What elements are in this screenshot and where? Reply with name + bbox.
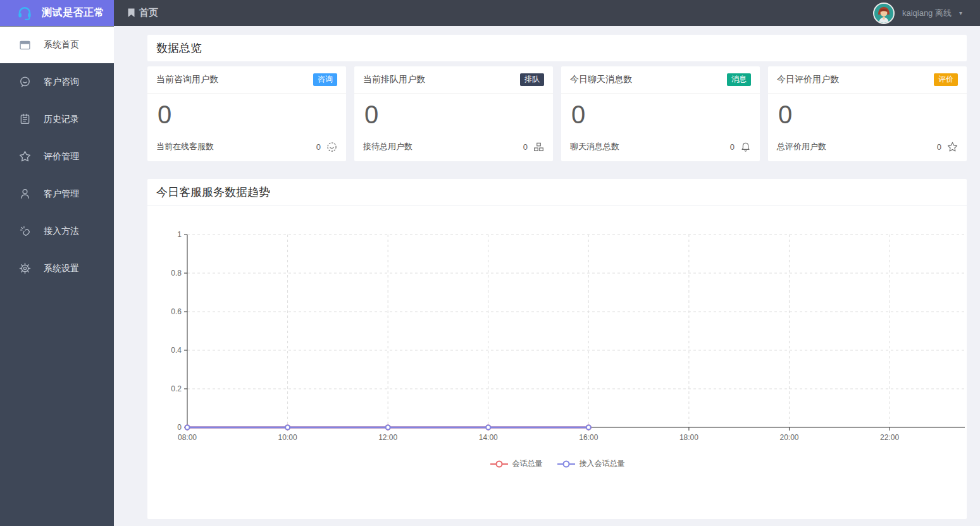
window-icon: [18, 39, 31, 51]
sidebar-item-settings[interactable]: 系统设置: [0, 250, 114, 287]
overview-title: 数据总览: [156, 40, 202, 56]
chat-smile-icon: [18, 76, 31, 89]
avatar[interactable]: [873, 3, 895, 24]
svg-text:12:00: 12:00: [378, 433, 397, 442]
user-menu[interactable]: kaiqiang 离线 ▾: [873, 0, 962, 26]
star-icon: [18, 150, 31, 163]
stat-value: 0: [778, 102, 792, 127]
stat-card-title: 当前排队用户数: [363, 74, 425, 85]
stat-value: 0: [158, 102, 171, 127]
svg-text:0: 0: [177, 423, 182, 432]
user-icon: [18, 188, 31, 200]
sidebar-item-label: 客户咨询: [44, 76, 79, 88]
stat-value: 0: [364, 102, 378, 127]
sidebar-item-consult[interactable]: 客户咨询: [0, 63, 114, 101]
svg-text:08:00: 08:00: [178, 433, 197, 442]
svg-text:0.6: 0.6: [171, 307, 182, 316]
status-badge: 消息: [727, 73, 751, 86]
sidebar-item-label: 系统首页: [44, 39, 79, 51]
stat-footer-value: 0: [937, 142, 941, 152]
svg-text:0.2: 0.2: [171, 384, 182, 393]
stat-card-header: 当前咨询用户数 咨询: [147, 66, 346, 94]
queue-icon: [533, 142, 544, 152]
stat-card-queue: 当前排队用户数 排队 0 接待总用户数 0: [354, 66, 553, 161]
stat-card-title: 当前咨询用户数: [156, 74, 218, 85]
stat-card-footer: 聊天消息总数 0: [561, 141, 760, 152]
status-badge: 排队: [520, 73, 544, 86]
app-logo: 测试是否正常: [0, 0, 114, 26]
app-title: 测试是否正常: [42, 6, 104, 20]
svg-text:0.8: 0.8: [171, 269, 182, 278]
sidebar-item-home[interactable]: 系统首页: [0, 27, 114, 63]
svg-text:14:00: 14:00: [479, 433, 498, 442]
stat-card-messages: 今日聊天消息数 消息 0 聊天消息总数 0: [561, 66, 760, 161]
stat-card-header: 今日评价用户数 评价: [768, 66, 967, 94]
topbar-tab-home[interactable]: 首页: [127, 0, 158, 26]
sidebar-item-label: 客户管理: [44, 188, 79, 200]
stat-card-title: 今日聊天消息数: [570, 74, 632, 85]
svg-text:0.4: 0.4: [171, 346, 182, 355]
smiley-icon: [326, 142, 337, 152]
gear-icon: [18, 262, 31, 275]
stat-card-header: 当前排队用户数 排队: [354, 66, 553, 94]
topbar-tab-label: 首页: [139, 7, 158, 19]
status-badge: 咨询: [313, 73, 337, 86]
stat-footer-label: 总评价用户数: [777, 141, 826, 152]
sidebar-item-integration[interactable]: 接入方法: [0, 212, 114, 250]
history-icon: [18, 113, 31, 126]
user-name: kaiqiang 离线: [902, 8, 952, 19]
stat-card-footer: 总评价用户数 0: [768, 141, 967, 152]
sidebar-menu: 系统首页 客户咨询 历史记录 评价管理 客户管理: [0, 27, 114, 287]
trend-chart[interactable]: 00.20.40.60.8108:0010:0012:0014:0016:001…: [147, 207, 967, 456]
legend-item[interactable]: 会话总量: [490, 458, 543, 469]
stat-card-consulting: 当前咨询用户数 咨询 0 当前在线客服数 0: [147, 66, 346, 161]
status-badge: 评价: [934, 73, 958, 86]
stat-footer-value: 0: [730, 142, 735, 152]
sidebar-item-history[interactable]: 历史记录: [0, 101, 114, 138]
svg-text:1: 1: [177, 230, 182, 239]
stat-card-footer: 当前在线客服数 0: [147, 141, 346, 152]
sidebar: 测试是否正常 系统首页 客户咨询 历史记录 评价管理: [0, 0, 114, 526]
stat-footer-value: 0: [523, 142, 528, 152]
legend-item[interactable]: 接入会话总量: [557, 458, 625, 469]
svg-text:16:00: 16:00: [579, 433, 598, 442]
star-icon: [947, 142, 958, 152]
sidebar-item-label: 历史记录: [44, 114, 79, 125]
legend-label: 接入会话总量: [580, 458, 625, 469]
svg-text:18:00: 18:00: [679, 433, 698, 442]
overview-header: 数据总览: [147, 35, 967, 61]
svg-text:20:00: 20:00: [779, 433, 798, 442]
stat-footer-label: 当前在线客服数: [156, 141, 214, 152]
legend-label: 会话总量: [512, 458, 543, 469]
stat-footer-label: 接待总用户数: [363, 141, 412, 152]
sidebar-item-customers[interactable]: 客户管理: [0, 175, 114, 212]
topbar: 首页 kaiqiang 离线 ▾: [114, 0, 980, 26]
chevron-down-icon: ▾: [959, 9, 962, 16]
sidebar-item-label: 系统设置: [44, 263, 79, 274]
stat-card-title: 今日评价用户数: [777, 74, 839, 85]
sidebar-item-reviews[interactable]: 评价管理: [0, 138, 114, 175]
legend-marker-icon: [490, 460, 509, 468]
chart-legend: 会话总量接入会话总量: [147, 458, 967, 469]
legend-marker-icon: [557, 460, 576, 468]
stat-card-ratings: 今日评价用户数 评价 0 总评价用户数 0: [768, 66, 967, 161]
stat-footer-value: 0: [316, 142, 321, 152]
stat-value: 0: [571, 102, 585, 127]
stat-card-header: 今日聊天消息数 消息: [561, 66, 760, 94]
trend-title: 今日客服服务数据趋势: [156, 185, 270, 200]
headset-icon: [16, 5, 33, 21]
sidebar-item-label: 评价管理: [44, 151, 79, 162]
svg-text:22:00: 22:00: [880, 433, 899, 442]
sidebar-item-label: 接入方法: [44, 226, 79, 237]
svg-text:10:00: 10:00: [278, 433, 297, 442]
stat-card-footer: 接待总用户数 0: [354, 141, 553, 152]
trend-card: 今日客服服务数据趋势 00.20.40.60.8108:0010:0012:00…: [147, 179, 967, 519]
bell-icon: [740, 142, 751, 152]
stat-footer-label: 聊天消息总数: [570, 141, 619, 152]
link-icon: [18, 225, 31, 238]
trend-header: 今日客服服务数据趋势: [147, 179, 967, 206]
bookmark-icon: [127, 8, 135, 18]
